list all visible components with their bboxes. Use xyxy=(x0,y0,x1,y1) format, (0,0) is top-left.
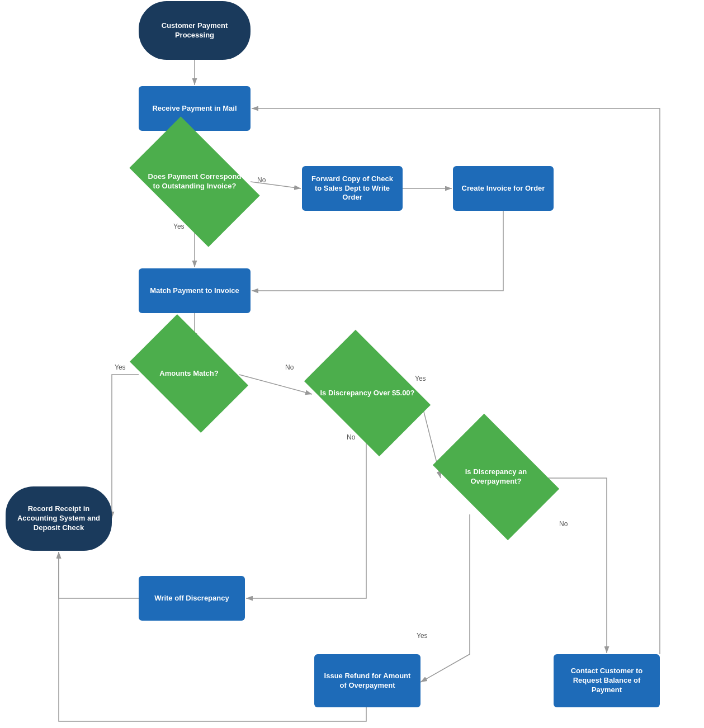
discrepancy-over-node: Is Discrepancy Over $5.00? xyxy=(304,330,431,456)
contact-customer-node: Contact Customer to Request Balance of P… xyxy=(554,654,660,707)
label-yes4: Yes xyxy=(417,632,428,640)
match-payment-node: Match Payment to Invoice xyxy=(139,268,251,313)
does-payment-correspond-node: Does Payment Correspond to Outstanding I… xyxy=(129,116,259,247)
amounts-match-node: Amounts Match? xyxy=(130,314,248,433)
receive-payment-node: Receive Payment in Mail xyxy=(139,86,251,131)
flowchart: No Yes No Yes Yes No Yes No Customer Pay… xyxy=(0,0,704,728)
write-off-node: Write off Discrepancy xyxy=(139,576,245,621)
discrepancy-overpayment-node: Is Discrepancy an Overpayment? xyxy=(433,414,559,540)
create-invoice-node: Create Invoice for Order xyxy=(453,166,554,211)
label-no3: No xyxy=(347,433,355,441)
issue-refund-node: Issue Refund for Amount of Overpayment xyxy=(314,654,420,707)
label-no2: No xyxy=(285,363,294,371)
svg-line-7 xyxy=(239,375,312,394)
label-no1: No xyxy=(257,176,266,184)
record-receipt-node: Record Receipt in Accounting System and … xyxy=(6,486,112,551)
label-yes1: Yes xyxy=(173,223,185,230)
label-no4: No xyxy=(559,520,568,528)
forward-check-node: Forward Copy of Check to Sales Dept to W… xyxy=(302,166,403,211)
start-node: Customer Payment Processing xyxy=(139,1,251,60)
label-yes2: Yes xyxy=(115,363,126,371)
